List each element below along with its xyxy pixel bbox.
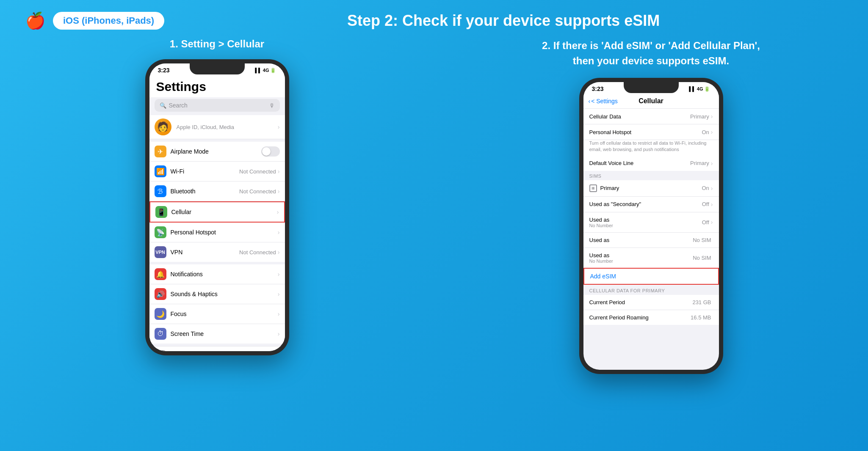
right-phone-panel: 2. If there is 'Add eSIM' or 'Add Cellul… (459, 38, 843, 374)
used-as-3-value: No SIM (693, 255, 711, 261)
personal-hotspot-item[interactable]: Personal Hotspot On › (583, 124, 719, 140)
bluetooth-icon: ℬ (155, 185, 166, 197)
used-as-3-item[interactable]: Used as No Number No SIM (583, 248, 719, 268)
vpn-icon: VPN (155, 246, 166, 258)
nav-title: Cellular (639, 97, 663, 105)
settings-title: Settings (149, 75, 285, 97)
cellular-chevron-icon: › (277, 209, 279, 215)
used-as-2-label: Used as (589, 237, 693, 243)
wifi-value: Not Connected (239, 168, 276, 175)
screentime-label: Screen Time (171, 330, 278, 337)
settings-item-hotspot[interactable]: 📡 Personal Hotspot › (149, 223, 285, 242)
screentime-icon: ⏱ (155, 328, 166, 340)
notifications-icon: 🔔 (155, 268, 166, 280)
bluetooth-label: Bluetooth (171, 188, 240, 195)
airplane-icon: ✈ (155, 146, 166, 157)
settings-item-focus[interactable]: 🌙 Focus › (149, 304, 285, 324)
settings-item-airplane[interactable]: ✈ Airplane Mode (149, 142, 285, 162)
used-as-1-group: Used as No Number (589, 217, 702, 228)
vpn-label: VPN (171, 249, 240, 256)
secondary-main-label: Used as "Secondary" (589, 201, 702, 207)
avatar: 🧑 (155, 118, 171, 135)
used-as-1-item[interactable]: Used as No Number Off › (583, 212, 719, 233)
used-as-1-chevron-icon: › (711, 219, 713, 226)
settings-item-cellular[interactable]: 📱 Cellular › (149, 201, 285, 223)
settings-item-vpn[interactable]: VPN VPN Not Connected › (149, 242, 285, 262)
wifi-icon: 📶 (155, 165, 166, 177)
sim-icon: ▦ (589, 184, 597, 192)
used-as-3-sub: No Number (589, 258, 693, 264)
status-time-right: 3:23 (592, 85, 604, 92)
header: 🍎 iOS (iPhones, iPads) Step 2: Check if … (0, 0, 868, 34)
status-time-left: 3:23 (158, 67, 170, 74)
add-esim-row[interactable]: Add eSIM (583, 268, 719, 285)
sounds-chevron-icon: › (278, 291, 280, 297)
right-phone-frame: 3:23 ▌▌ 4G 🔋 ‹ < Settings Cellular Cellu… (579, 78, 723, 374)
hotspot-chevron-icon: › (278, 229, 280, 236)
left-subtitle: 1. Setting > Cellular (170, 38, 264, 50)
phones-container: 1. Setting > Cellular 3:23 ▌▌ 4G 🔋 Setti… (0, 34, 868, 374)
settings-item-wifi[interactable]: 📶 Wi-Fi Not Connected › (149, 162, 285, 182)
used-as-1-main: Used as (589, 217, 702, 223)
hotspot-label: Personal Hotspot (171, 229, 278, 236)
status-icons-right: ▌▌ 4G 🔋 (689, 86, 710, 92)
current-period-roaming-label: Current Period Roaming (589, 314, 691, 321)
main-title: Step 2: Check if your device supports eS… (190, 12, 817, 30)
primary-sim-item[interactable]: ▦ Primary On › (583, 180, 719, 197)
cellular-data-value: Primary (690, 113, 709, 120)
search-placeholder: Search (169, 102, 188, 109)
sims-group: ▦ Primary On › Used as "Secondary" Off › (583, 180, 719, 268)
cellular-data-primary-header: CELLULAR DATA FOR PRIMARY (583, 286, 719, 295)
icloud-chevron-icon: › (278, 124, 280, 130)
primary-chevron-icon: › (711, 185, 713, 192)
status-icons-left: ▌▌ 4G 🔋 (255, 68, 276, 73)
cellular-note: Turn off cellular data to restrict all d… (583, 140, 719, 156)
secondary-label-group: Used as "Secondary" (589, 201, 702, 207)
nav-bar: ‹ < Settings Cellular (583, 94, 719, 109)
default-voice-item[interactable]: Default Voice Line Primary › (583, 156, 719, 171)
bluetooth-chevron-icon: › (278, 188, 280, 195)
settings-item-bluetooth[interactable]: ℬ Bluetooth Not Connected › (149, 182, 285, 201)
mic-icon: 🎙 (269, 102, 275, 109)
airplane-label: Airplane Mode (171, 148, 261, 155)
wifi-chevron-icon: › (278, 168, 280, 175)
used-as-1-sub: No Number (589, 223, 702, 228)
default-voice-value: Primary (690, 160, 709, 166)
cd-chevron-icon: › (711, 113, 713, 120)
airplane-toggle[interactable] (261, 146, 280, 157)
secondary-chevron-icon: › (711, 201, 713, 208)
used-as-2-item[interactable]: Used as No SIM (583, 233, 719, 248)
settings-group-2: 🔔 Notifications › 🔊 Sounds & Haptics › 🌙… (149, 264, 285, 344)
vpn-value: Not Connected (239, 249, 276, 256)
general-icon: ⚙ (155, 350, 166, 351)
notif-chevron-icon: › (278, 271, 280, 278)
left-phone-frame: 3:23 ▌▌ 4G 🔋 Settings 🔍 Search 🎙 🧑 Apple… (145, 59, 289, 355)
apple-logo-icon: 🍎 (25, 13, 45, 29)
add-esim-label: Add eSIM (590, 273, 616, 280)
secondary-sim-item[interactable]: Used as "Secondary" Off › (583, 197, 719, 212)
settings-item-notifications[interactable]: 🔔 Notifications › (149, 264, 285, 284)
used-as-1-value: Off (702, 219, 709, 226)
left-phone-panel: 1. Setting > Cellular 3:23 ▌▌ 4G 🔋 Setti… (25, 38, 409, 355)
settings-group-1: ✈ Airplane Mode 📶 Wi-Fi Not Connected › … (149, 142, 285, 262)
current-period-roaming-item: Current Period Roaming 16.5 MB (583, 310, 719, 325)
used-as-3-group: Used as No Number (589, 252, 693, 264)
primary-label: Primary (600, 185, 702, 191)
back-button[interactable]: ‹ < Settings (589, 98, 618, 104)
ph-chevron-icon: › (711, 129, 713, 135)
cellular-data-item[interactable]: Cellular Data Primary › (583, 109, 719, 124)
settings-item-general[interactable]: ⚙ General › (149, 346, 285, 351)
notch (190, 63, 245, 74)
focus-icon: 🌙 (155, 308, 166, 320)
search-bar[interactable]: 🔍 Search 🎙 (155, 99, 280, 112)
cellular-icon: 📱 (155, 206, 167, 218)
settings-item-sounds[interactable]: 🔊 Sounds & Haptics › (149, 284, 285, 304)
default-voice-label: Default Voice Line (589, 160, 691, 166)
icloud-row[interactable]: 🧑 Apple ID, iCloud, Media › (149, 115, 285, 139)
personal-hotspot-value: On (702, 129, 709, 135)
icloud-label: Apple ID, iCloud, Media (177, 124, 235, 130)
sims-section-header: SIMs (583, 171, 719, 180)
settings-item-screentime[interactable]: ⏱ Screen Time › (149, 324, 285, 344)
wifi-label: Wi-Fi (171, 168, 240, 175)
cellular-data-label: Cellular Data (589, 113, 691, 120)
